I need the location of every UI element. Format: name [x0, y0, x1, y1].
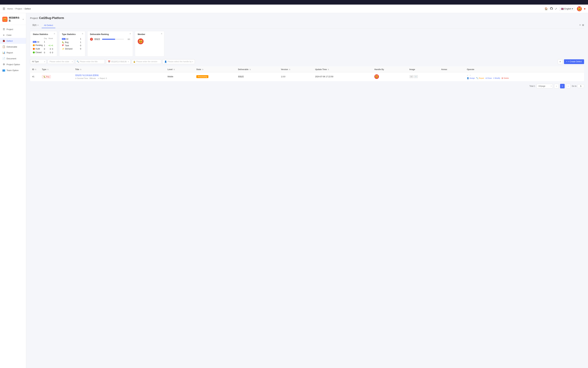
- sidebar-item-defect[interactable]: 🐞 Defect: [0, 38, 26, 44]
- breadcrumb-current: Defect: [25, 8, 31, 10]
- type-row-task: 🚩 Task 0: [62, 44, 82, 47]
- project-option-icon: ⚙: [2, 63, 5, 66]
- state-filter-select[interactable]: Please select the state: [48, 59, 74, 64]
- member-card-close[interactable]: ✕: [161, 33, 163, 35]
- close-link[interactable]: ⊘ Close: [485, 77, 492, 79]
- defect-icon: 🐞: [2, 39, 5, 42]
- th-deliverable[interactable]: Deliverable ⇅: [236, 66, 279, 72]
- row-update-time: 2024-07-06 17:22:50: [313, 72, 372, 81]
- title-filter-input[interactable]: [75, 59, 105, 64]
- th-level[interactable]: Level ⇅: [166, 66, 194, 72]
- star-icon[interactable]: ☆: [470, 74, 471, 76]
- defect-title-link[interactable]: 登陆用户名没有做长度限制: [75, 74, 99, 76]
- img-thumb-2[interactable]: [414, 75, 418, 78]
- deliverable-card-close[interactable]: ✕: [129, 33, 131, 35]
- delete-link[interactable]: 🗑 Delete: [501, 77, 509, 79]
- breadcrumb-project[interactable]: Project: [15, 8, 22, 10]
- stats-row: ✕ Status Statistics Day Week: [30, 31, 584, 56]
- tab-my-label: 我的: [32, 24, 36, 27]
- row-title: 登陆用户名没有做长度限制 ⊙ Survival Time : 0Minute ↩…: [73, 72, 165, 81]
- reject-count: Reject: 0: [100, 77, 107, 79]
- stat-pending-week: +1 +1: [48, 44, 54, 47]
- th-annex[interactable]: Annex: [439, 66, 465, 72]
- page-1-button[interactable]: 1: [560, 84, 565, 88]
- repair-link[interactable]: 🔧 Repair: [476, 77, 484, 79]
- tab-my-close[interactable]: ✕: [37, 24, 39, 26]
- calendar-icon: 📅: [108, 60, 110, 63]
- deliverable-filter[interactable]: 📅 请选择交付物名称 ▾: [106, 59, 130, 64]
- document-icon: 📄: [2, 57, 5, 60]
- language-label: English: [564, 8, 571, 10]
- expand-icon[interactable]: ⤢: [555, 7, 557, 10]
- view-toggle-button[interactable]: ≡: [558, 59, 563, 64]
- th-title-sort: ⇅: [80, 69, 81, 70]
- row-handle-by: 🐱: [372, 72, 407, 81]
- goto-input[interactable]: [578, 84, 584, 88]
- project-icon: ☰: [2, 28, 5, 31]
- menu-icon[interactable]: ☰: [3, 7, 5, 11]
- status-card-close[interactable]: ✕: [54, 33, 55, 35]
- page-size-select[interactable]: 10/page 20/page 50/page: [537, 84, 553, 88]
- notification-dot: [584, 8, 585, 9]
- page-title-prefix: Project:: [30, 17, 39, 19]
- type-card-title: Type Statistics: [62, 33, 82, 36]
- sidebar-item-deliverable[interactable]: 📋 Deliverable: [0, 44, 26, 50]
- type-card-close[interactable]: ✕: [82, 33, 83, 35]
- total-value: 1: [534, 85, 535, 87]
- language-selector[interactable]: 🇬🇧 English ▾: [560, 7, 575, 11]
- th-title[interactable]: Title ⇅: [73, 66, 165, 72]
- sidebar-team[interactable]: 🐱 狸花猫突击队 ▾: [0, 15, 26, 25]
- case-icon: ≡: [2, 34, 5, 37]
- rank-value-1: 0/1: [125, 38, 130, 40]
- th-version[interactable]: Version ⇅: [279, 66, 313, 72]
- th-id[interactable]: ID ⇅: [30, 66, 40, 72]
- handle-filter[interactable]: 👤 Please select the handle by ▾: [163, 59, 195, 64]
- next-page-button[interactable]: ›: [566, 84, 570, 88]
- home-icon[interactable]: 🏠: [544, 7, 548, 10]
- stat-label-audit: Audit: [33, 47, 44, 51]
- sidebar-item-project-option[interactable]: ⚙ Project Option: [0, 61, 26, 67]
- sidebar-item-team-option[interactable]: 👥 Team Option: [0, 67, 26, 73]
- share-icon[interactable]: ⤢: [467, 74, 469, 76]
- deliverable-filter-placeholder: 请选择交付物名称: [111, 60, 127, 63]
- user-avatar-header[interactable]: 🐱: [577, 6, 582, 11]
- sidebar-item-case[interactable]: ≡ Case: [0, 32, 26, 38]
- th-type[interactable]: Type ⇅: [40, 66, 73, 72]
- assign-link[interactable]: 👤 Assign: [467, 77, 475, 79]
- filter-view-icon[interactable]: ⊞: [582, 24, 584, 26]
- rank-bar-1: [102, 39, 115, 40]
- tab-all-defect[interactable]: All Defect: [42, 23, 55, 28]
- total-label: Total: [529, 85, 534, 87]
- sidebar-label-team-option: Team Option: [7, 69, 19, 72]
- add-tab-icon[interactable]: +: [579, 24, 581, 27]
- type-filter-select[interactable]: All Type: [30, 59, 46, 64]
- version-filter-input[interactable]: [132, 59, 161, 64]
- th-update-time[interactable]: Update Time ⇅: [313, 66, 372, 72]
- sidebar-item-document[interactable]: 📄 Document: [0, 55, 26, 61]
- img-thumb-1[interactable]: [409, 75, 413, 78]
- create-defect-button[interactable]: + + Create Defect: [564, 59, 584, 64]
- member-avatar-1[interactable]: 🐱: [138, 38, 144, 44]
- th-state[interactable]: State ⇅: [194, 66, 236, 72]
- type-label-demand: ⚡ Demand: [62, 47, 79, 50]
- github-icon[interactable]: [550, 7, 553, 10]
- sidebar-item-project[interactable]: ☰ Project: [0, 26, 26, 32]
- th-handle-by[interactable]: Handle By: [372, 66, 407, 72]
- prev-page-button[interactable]: ‹: [554, 84, 559, 88]
- row-level: Middle: [166, 72, 194, 81]
- sidebar-label-document: Document: [7, 57, 16, 60]
- breadcrumb-home[interactable]: Home: [7, 8, 13, 10]
- type-label-bug: 🐛 Bug: [62, 41, 79, 44]
- survival-time: Survival Time : 0Minute: [77, 77, 96, 79]
- th-image[interactable]: Image: [407, 66, 439, 72]
- modify-link[interactable]: ✏ Modify: [493, 77, 500, 79]
- tab-my[interactable]: 我的 ✕: [30, 22, 41, 28]
- stat-audit-day: 0: [44, 47, 48, 51]
- stat-row-audit: Audit 0 0 0: [33, 47, 54, 51]
- handle-by-avatar: 🐱: [374, 74, 379, 79]
- version-lock-icon: 🔒: [133, 60, 136, 63]
- th-operate[interactable]: Operate: [465, 66, 584, 72]
- sidebar: 🐱 狸花猫突击队 ▾ ☰ Project ≡ Case 🐞 Defect 📋 D…: [0, 13, 26, 368]
- sidebar-item-report[interactable]: 📊 Report: [0, 50, 26, 55]
- th-image-label: Image: [409, 68, 415, 71]
